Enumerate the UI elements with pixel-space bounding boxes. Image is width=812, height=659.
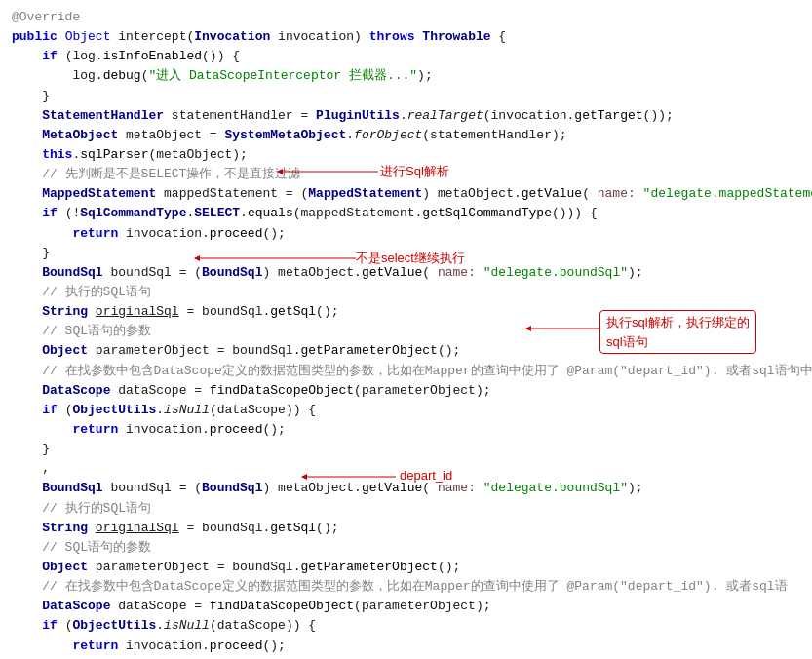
line-24: ,: [12, 459, 800, 479]
line-11: if (!SqlCommandType.SELECT.equals(mapped…: [12, 204, 800, 223]
line-20: DataScope dataScope = findDataScopeObjec…: [12, 381, 800, 401]
line-32: if (ObjectUtils.isNull(dataScope)) {: [12, 616, 800, 636]
line-17: // SQL语句的参数: [12, 322, 800, 341]
line-28: // SQL语句的参数: [12, 538, 800, 558]
line-7: MetaObject metaObject = SystemMetaObject…: [12, 126, 800, 145]
line-9: // 先判断是不是SELECT操作，不是直接过滤: [12, 165, 800, 184]
line-26: // 执行的SQL语句: [12, 499, 800, 519]
line-19: // 在找参数中包含DataScope定义的数据范围类型的参数，比如在Mappe…: [12, 362, 800, 381]
line-21: if (ObjectUtils.isNull(dataScope)) {: [12, 401, 800, 420]
line-18: Object parameterObject = boundSql.getPar…: [12, 341, 800, 361]
line-30: // 在找参数中包含DataScope定义的数据范围类型的参数，比如在Mappe…: [12, 577, 800, 597]
line-6: StatementHandler statementHandler = Plug…: [12, 106, 800, 126]
line-13: }: [12, 244, 800, 263]
line-15: // 执行的SQL语句: [12, 283, 800, 302]
line-4: log.debug("进入 DataScopeInterceptor 拦截器..…: [12, 66, 800, 86]
line-31: DataScope dataScope = findDataScopeObjec…: [12, 597, 800, 616]
line-1: @Override: [12, 8, 800, 27]
line-12: return invocation.proceed();: [12, 224, 800, 244]
line-22: return invocation.proceed();: [12, 420, 800, 440]
code-content: @Override public Object intercept(Invoca…: [12, 8, 800, 659]
line-34: }: [12, 656, 800, 659]
line-23: }: [12, 440, 800, 459]
line-2: public Object intercept(Invocation invoc…: [12, 27, 800, 47]
line-3: if (log.isInfoEnabled()) {: [12, 47, 800, 66]
line-25: BoundSql boundSql = (BoundSql) metaObjec…: [12, 479, 800, 498]
line-27: String originalSql = boundSql.getSql();: [12, 519, 800, 538]
line-29: Object parameterObject = boundSql.getPar…: [12, 558, 800, 577]
code-area: @Override public Object intercept(Invoca…: [0, 0, 812, 659]
line-5: }: [12, 87, 800, 106]
line-33: return invocation.proceed();: [12, 637, 800, 656]
line-14: BoundSql boundSql = (BoundSql) metaObjec…: [12, 263, 800, 283]
line-16: String originalSql = boundSql.getSql();: [12, 302, 800, 322]
line-10: MappedStatement mappedStatement = (Mappe…: [12, 184, 800, 204]
line-8: this.sqlParser(metaObject);: [12, 145, 800, 165]
